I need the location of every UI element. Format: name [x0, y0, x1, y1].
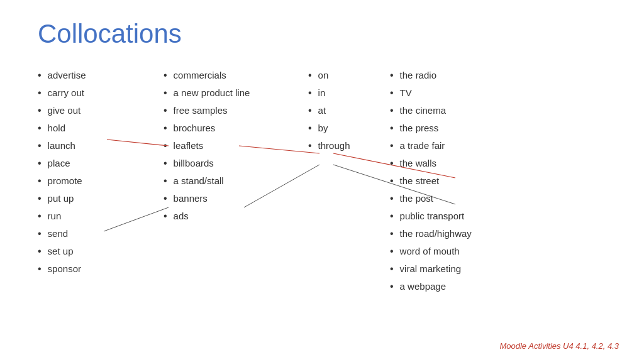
page: Collocations advertisecarry outgive outh…	[0, 0, 644, 362]
list-item: send	[38, 225, 164, 243]
col4-list: the radioTVthe cinemathe pressa trade fa…	[390, 67, 541, 295]
col1-list: advertisecarry outgive outholdlaunchplac…	[38, 67, 164, 278]
list-item: on	[308, 67, 390, 84]
column-1: advertisecarry outgive outholdlaunchplac…	[38, 67, 164, 278]
list-item: launch	[38, 137, 164, 155]
list-item: set up	[38, 243, 164, 260]
list-item: a new product line	[164, 84, 308, 102]
list-item: leaflets	[164, 137, 308, 155]
list-item: run	[38, 207, 164, 225]
list-item: the cinema	[390, 102, 541, 119]
list-item: through	[308, 137, 390, 155]
page-title: Collocations	[38, 19, 613, 49]
list-item: commercials	[164, 67, 308, 84]
list-item: at	[308, 102, 390, 119]
list-item: a trade fair	[390, 137, 541, 155]
footer-text: Moodle Activities U4 4.1, 4.2, 4.3	[499, 341, 619, 351]
list-item: the walls	[390, 155, 541, 172]
list-item: public transport	[390, 207, 541, 225]
list-item: hold	[38, 119, 164, 137]
list-item: the street	[390, 172, 541, 190]
list-item: sponsor	[38, 260, 164, 278]
list-item: ads	[164, 207, 308, 225]
list-item: billboards	[164, 155, 308, 172]
list-item: by	[308, 119, 390, 137]
list-item: word of mouth	[390, 243, 541, 260]
list-item: the radio	[390, 67, 541, 84]
list-item: viral marketing	[390, 260, 541, 278]
list-item: place	[38, 155, 164, 172]
list-item: a stand/stall	[164, 172, 308, 190]
list-item: the post	[390, 190, 541, 207]
columns-container: advertisecarry outgive outholdlaunchplac…	[38, 67, 613, 295]
list-item: give out	[38, 102, 164, 119]
list-item: the press	[390, 119, 541, 137]
list-item: banners	[164, 190, 308, 207]
list-item: the road/highway	[390, 225, 541, 243]
column-2: commercialsa new product linefree sample…	[164, 67, 308, 225]
column-3: oninatbythrough	[308, 67, 390, 155]
list-item: brochures	[164, 119, 308, 137]
col3-list: oninatbythrough	[308, 67, 390, 155]
list-item: a webpage	[390, 278, 541, 295]
list-item: TV	[390, 84, 541, 102]
list-item: put up	[38, 190, 164, 207]
list-item: in	[308, 84, 390, 102]
list-item: free samples	[164, 102, 308, 119]
col2-list: commercialsa new product linefree sample…	[164, 67, 308, 225]
list-item: advertise	[38, 67, 164, 84]
list-item: carry out	[38, 84, 164, 102]
list-item: promote	[38, 172, 164, 190]
column-4: the radioTVthe cinemathe pressa trade fa…	[390, 67, 541, 295]
